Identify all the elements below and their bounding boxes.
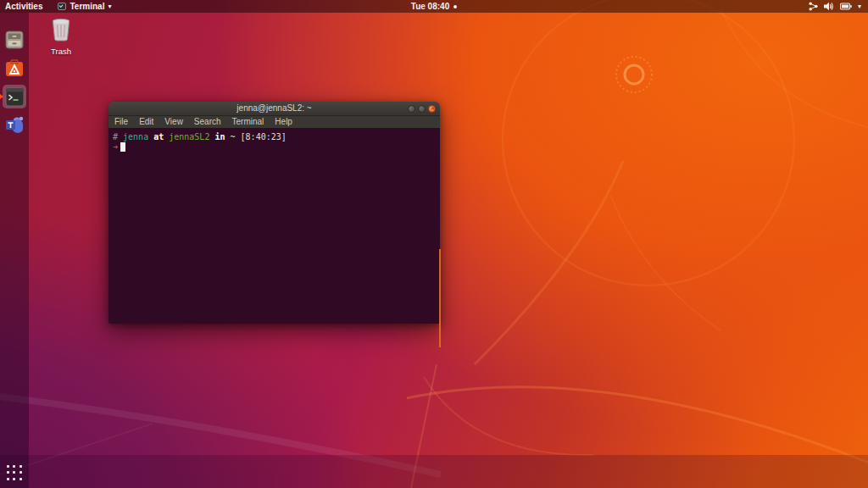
- wallpaper-ground-band: [0, 455, 868, 488]
- maximize-button[interactable]: [418, 105, 426, 113]
- terminal-app-icon: [58, 3, 66, 10]
- terminal-icon: [5, 87, 25, 107]
- prompt-host: jennaSL2: [169, 132, 209, 141]
- dock-item-terminal[interactable]: [3, 85, 26, 108]
- dock: [0, 13, 29, 488]
- ubuntu-software-icon: [4, 58, 25, 79]
- prompt-in: in: [209, 132, 230, 141]
- minimize-button[interactable]: [408, 105, 415, 113]
- trash-label: Trash: [42, 47, 80, 56]
- menu-terminal[interactable]: Terminal: [232, 118, 264, 126]
- prompt-user: jenna: [123, 132, 148, 141]
- close-button[interactable]: [428, 105, 436, 113]
- dock-item-teams[interactable]: [3, 114, 25, 136]
- scrollbar[interactable]: [439, 249, 441, 347]
- files-icon: [4, 30, 25, 50]
- prompt-at: at: [148, 132, 169, 141]
- menu-file[interactable]: File: [114, 118, 128, 126]
- prompt-line: # jenna at jennaSL2 in ~ [8:40:23]: [113, 132, 436, 142]
- window-title: jenna@jennaSL2: ~: [236, 104, 311, 113]
- network-icon: [809, 2, 818, 11]
- dock-item-files[interactable]: [3, 29, 25, 51]
- menu-edit[interactable]: Edit: [139, 118, 153, 126]
- trash-desktop-icon[interactable]: Trash: [42, 18, 80, 56]
- dock-item-ubuntu-software[interactable]: [3, 58, 25, 80]
- caret-down-icon: ▾: [858, 3, 861, 10]
- menu-search[interactable]: Search: [194, 118, 221, 126]
- battery-icon: [840, 2, 852, 11]
- prompt-arrow: ➜: [113, 142, 118, 152]
- activities-button[interactable]: Activities: [0, 0, 51, 13]
- terminal-titlebar[interactable]: jenna@jennaSL2: ~: [108, 102, 440, 116]
- notification-dot-icon: [453, 5, 457, 8]
- prompt-time: [8:40:23]: [236, 132, 287, 141]
- menu-help[interactable]: Help: [275, 118, 292, 126]
- clock[interactable]: Tue 08:40: [411, 2, 449, 11]
- terminal-window: jenna@jennaSL2: ~ File Edit View Search …: [108, 102, 440, 324]
- app-menu-label: Terminal: [70, 2, 104, 11]
- text-cursor: [120, 142, 125, 152]
- volume-icon: [824, 2, 834, 11]
- teams-icon: [4, 114, 25, 135]
- system-tray[interactable]: ▾: [802, 0, 868, 13]
- input-line: ➜: [113, 142, 436, 152]
- caret-down-icon: ▾: [108, 3, 111, 10]
- top-bar: Activities Terminal ▾ Tue 08:40 ▾: [0, 0, 868, 13]
- terminal-menubar: File Edit View Search Terminal Help: [108, 116, 440, 128]
- prompt-hash: #: [113, 132, 123, 141]
- trash-icon: [50, 18, 72, 42]
- terminal-content[interactable]: # jenna at jennaSL2 in ~ [8:40:23] ➜: [108, 128, 440, 324]
- app-menu-terminal[interactable]: Terminal ▾: [51, 0, 118, 13]
- menu-view[interactable]: View: [164, 118, 183, 126]
- show-applications-button[interactable]: [7, 465, 23, 481]
